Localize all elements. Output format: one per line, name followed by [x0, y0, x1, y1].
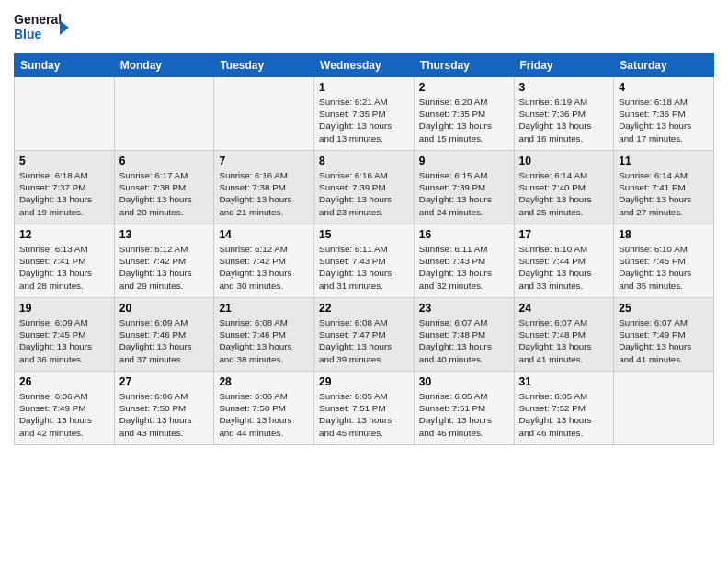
day-number: 27 — [119, 375, 210, 388]
calendar-cell: 9Sunrise: 6:15 AM Sunset: 7:39 PM Daylig… — [414, 151, 514, 224]
day-number: 25 — [619, 302, 709, 315]
day-info: Sunrise: 6:16 AM Sunset: 7:38 PM Dayligh… — [219, 169, 309, 218]
calendar-cell: 16Sunrise: 6:11 AM Sunset: 7:43 PM Dayli… — [414, 224, 514, 298]
page-header: GeneralBlue — [14, 9, 714, 46]
calendar-cell: 2Sunrise: 6:20 AM Sunset: 7:35 PM Daylig… — [414, 77, 514, 151]
day-header-sunday: Sunday — [15, 54, 115, 77]
day-info: Sunrise: 6:09 AM Sunset: 7:45 PM Dayligh… — [19, 316, 109, 365]
calendar-cell: 26Sunrise: 6:06 AM Sunset: 7:49 PM Dayli… — [15, 372, 115, 445]
svg-marker-2 — [60, 20, 69, 35]
day-number: 7 — [219, 155, 309, 167]
day-number: 21 — [219, 302, 309, 315]
day-number: 15 — [319, 228, 409, 241]
calendar-cell: 6Sunrise: 6:17 AM Sunset: 7:38 PM Daylig… — [114, 151, 214, 224]
calendar-cell: 10Sunrise: 6:14 AM Sunset: 7:40 PM Dayli… — [514, 151, 614, 224]
day-info: Sunrise: 6:15 AM Sunset: 7:39 PM Dayligh… — [419, 169, 509, 218]
calendar-cell: 8Sunrise: 6:16 AM Sunset: 7:39 PM Daylig… — [314, 151, 415, 224]
day-number: 28 — [219, 375, 309, 388]
day-info: Sunrise: 6:18 AM Sunset: 7:36 PM Dayligh… — [619, 96, 709, 144]
day-info: Sunrise: 6:14 AM Sunset: 7:40 PM Dayligh… — [519, 169, 609, 218]
calendar-cell — [214, 77, 314, 151]
calendar-cell: 4Sunrise: 6:18 AM Sunset: 7:36 PM Daylig… — [614, 77, 714, 151]
calendar-cell: 31Sunrise: 6:05 AM Sunset: 7:52 PM Dayli… — [514, 372, 614, 445]
calendar-cell: 27Sunrise: 6:06 AM Sunset: 7:50 PM Dayli… — [114, 372, 214, 445]
day-number: 2 — [419, 81, 509, 94]
day-info: Sunrise: 6:19 AM Sunset: 7:36 PM Dayligh… — [519, 96, 609, 144]
day-number: 8 — [319, 155, 409, 167]
day-header-thursday: Thursday — [414, 54, 514, 77]
calendar-cell: 3Sunrise: 6:19 AM Sunset: 7:36 PM Daylig… — [514, 77, 614, 151]
day-info: Sunrise: 6:08 AM Sunset: 7:47 PM Dayligh… — [319, 316, 409, 365]
day-info: Sunrise: 6:09 AM Sunset: 7:46 PM Dayligh… — [119, 316, 210, 365]
calendar-cell: 25Sunrise: 6:07 AM Sunset: 7:49 PM Dayli… — [614, 298, 714, 372]
calendar-cell: 7Sunrise: 6:16 AM Sunset: 7:38 PM Daylig… — [214, 151, 314, 224]
day-info: Sunrise: 6:14 AM Sunset: 7:41 PM Dayligh… — [619, 169, 709, 218]
day-info: Sunrise: 6:06 AM Sunset: 7:50 PM Dayligh… — [219, 390, 309, 439]
calendar-cell: 21Sunrise: 6:08 AM Sunset: 7:46 PM Dayli… — [214, 298, 314, 372]
svg-text:General: General — [14, 12, 62, 27]
day-info: Sunrise: 6:20 AM Sunset: 7:35 PM Dayligh… — [419, 96, 509, 144]
logo-icon: GeneralBlue — [14, 9, 69, 46]
day-number: 9 — [419, 155, 509, 167]
calendar-cell: 28Sunrise: 6:06 AM Sunset: 7:50 PM Dayli… — [214, 372, 314, 445]
calendar-cell: 22Sunrise: 6:08 AM Sunset: 7:47 PM Dayli… — [314, 298, 415, 372]
day-info: Sunrise: 6:11 AM Sunset: 7:43 PM Dayligh… — [319, 243, 409, 292]
day-number: 13 — [119, 228, 210, 241]
day-info: Sunrise: 6:05 AM Sunset: 7:51 PM Dayligh… — [419, 390, 509, 439]
day-number: 16 — [419, 228, 509, 241]
calendar-table: SundayMondayTuesdayWednesdayThursdayFrid… — [14, 53, 714, 445]
calendar-cell: 14Sunrise: 6:12 AM Sunset: 7:42 PM Dayli… — [214, 224, 314, 298]
day-header-saturday: Saturday — [614, 54, 714, 77]
day-number: 30 — [419, 375, 509, 388]
calendar-cell: 23Sunrise: 6:07 AM Sunset: 7:48 PM Dayli… — [414, 298, 514, 372]
day-number: 26 — [19, 375, 109, 388]
day-info: Sunrise: 6:18 AM Sunset: 7:37 PM Dayligh… — [19, 169, 109, 218]
day-info: Sunrise: 6:17 AM Sunset: 7:38 PM Dayligh… — [119, 169, 210, 218]
calendar-cell: 24Sunrise: 6:07 AM Sunset: 7:48 PM Dayli… — [514, 298, 614, 372]
calendar-cell: 17Sunrise: 6:10 AM Sunset: 7:44 PM Dayli… — [514, 224, 614, 298]
day-number: 22 — [319, 302, 409, 315]
day-number: 12 — [19, 228, 109, 241]
week-row-4: 19Sunrise: 6:09 AM Sunset: 7:45 PM Dayli… — [15, 298, 714, 372]
calendar-cell: 11Sunrise: 6:14 AM Sunset: 7:41 PM Dayli… — [614, 151, 714, 224]
week-row-2: 5Sunrise: 6:18 AM Sunset: 7:37 PM Daylig… — [15, 151, 714, 224]
day-header-wednesday: Wednesday — [314, 54, 415, 77]
day-header-tuesday: Tuesday — [214, 54, 314, 77]
day-number: 20 — [119, 302, 210, 315]
day-number: 29 — [319, 375, 409, 388]
calendar-cell: 20Sunrise: 6:09 AM Sunset: 7:46 PM Dayli… — [114, 298, 214, 372]
day-info: Sunrise: 6:05 AM Sunset: 7:51 PM Dayligh… — [319, 390, 409, 439]
calendar-cell — [15, 77, 115, 151]
logo: GeneralBlue — [14, 9, 69, 46]
calendar-cell: 12Sunrise: 6:13 AM Sunset: 7:41 PM Dayli… — [15, 224, 115, 298]
day-number: 17 — [519, 228, 609, 241]
day-info: Sunrise: 6:07 AM Sunset: 7:48 PM Dayligh… — [419, 316, 509, 365]
day-info: Sunrise: 6:08 AM Sunset: 7:46 PM Dayligh… — [219, 316, 309, 365]
day-number: 14 — [219, 228, 309, 241]
day-info: Sunrise: 6:16 AM Sunset: 7:39 PM Dayligh… — [319, 169, 409, 218]
day-info: Sunrise: 6:12 AM Sunset: 7:42 PM Dayligh… — [219, 243, 309, 292]
day-info: Sunrise: 6:10 AM Sunset: 7:44 PM Dayligh… — [519, 243, 609, 292]
day-number: 11 — [619, 155, 709, 167]
week-row-1: 1Sunrise: 6:21 AM Sunset: 7:35 PM Daylig… — [15, 77, 714, 151]
calendar-cell: 18Sunrise: 6:10 AM Sunset: 7:45 PM Dayli… — [614, 224, 714, 298]
days-header-row: SundayMondayTuesdayWednesdayThursdayFrid… — [15, 54, 714, 77]
svg-text:Blue: Blue — [14, 27, 42, 41]
week-row-5: 26Sunrise: 6:06 AM Sunset: 7:49 PM Dayli… — [15, 372, 714, 445]
day-info: Sunrise: 6:06 AM Sunset: 7:50 PM Dayligh… — [119, 390, 210, 439]
day-number: 5 — [19, 155, 109, 167]
calendar-cell: 19Sunrise: 6:09 AM Sunset: 7:45 PM Dayli… — [15, 298, 115, 372]
day-number: 3 — [519, 81, 609, 94]
day-number: 23 — [419, 302, 509, 315]
day-number: 18 — [619, 228, 709, 241]
day-number: 24 — [519, 302, 609, 315]
calendar-cell: 15Sunrise: 6:11 AM Sunset: 7:43 PM Dayli… — [314, 224, 415, 298]
calendar-cell: 13Sunrise: 6:12 AM Sunset: 7:42 PM Dayli… — [114, 224, 214, 298]
calendar-cell: 5Sunrise: 6:18 AM Sunset: 7:37 PM Daylig… — [15, 151, 115, 224]
week-row-3: 12Sunrise: 6:13 AM Sunset: 7:41 PM Dayli… — [15, 224, 714, 298]
day-number: 4 — [619, 81, 709, 94]
day-number: 31 — [519, 375, 609, 388]
day-number: 19 — [19, 302, 109, 315]
day-info: Sunrise: 6:12 AM Sunset: 7:42 PM Dayligh… — [119, 243, 210, 292]
day-info: Sunrise: 6:07 AM Sunset: 7:48 PM Dayligh… — [519, 316, 609, 365]
